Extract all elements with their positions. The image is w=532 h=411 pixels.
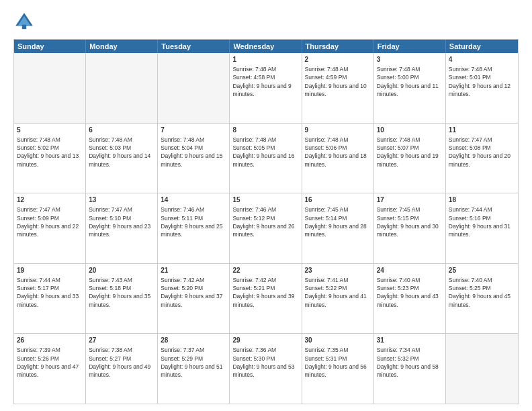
cell-info: Sunrise: 7:48 AMSunset: 4:58 PMDaylight:… (232, 65, 298, 98)
calendar-cell-2-1: 13Sunrise: 7:47 AMSunset: 5:10 PMDayligh… (86, 193, 158, 263)
calendar-cell-1-2: 7Sunrise: 7:48 AMSunset: 5:04 PMDaylight… (158, 124, 230, 193)
logo-icon (13, 11, 35, 32)
day-number: 21 (161, 266, 226, 275)
cell-info: Sunrise: 7:48 AMSunset: 4:59 PMDaylight:… (305, 65, 371, 98)
calendar-cell-4-6 (446, 334, 518, 404)
cell-info: Sunrise: 7:47 AMSunset: 5:08 PMDaylight:… (449, 136, 515, 169)
calendar-cell-4-0: 26Sunrise: 7:39 AMSunset: 5:26 PMDayligh… (14, 334, 86, 404)
day-number: 28 (161, 336, 226, 345)
cell-info: Sunrise: 7:48 AMSunset: 5:00 PMDaylight:… (377, 65, 443, 98)
calendar-cell-2-4: 16Sunrise: 7:45 AMSunset: 5:14 PMDayligh… (302, 193, 374, 263)
day-number: 26 (17, 336, 83, 345)
header-day-monday: Monday (86, 40, 158, 53)
day-number: 30 (305, 336, 371, 345)
cell-info: Sunrise: 7:40 AMSunset: 5:25 PMDaylight:… (449, 276, 515, 309)
svg-rect-2 (22, 25, 26, 29)
day-number: 23 (305, 266, 371, 275)
calendar-cell-4-2: 28Sunrise: 7:37 AMSunset: 5:29 PMDayligh… (158, 334, 230, 404)
calendar-cell-4-4: 30Sunrise: 7:35 AMSunset: 5:31 PMDayligh… (302, 334, 374, 404)
calendar-cell-2-2: 14Sunrise: 7:46 AMSunset: 5:11 PMDayligh… (158, 193, 230, 263)
cell-info: Sunrise: 7:48 AMSunset: 5:02 PMDaylight:… (17, 136, 83, 169)
calendar-cell-0-1 (86, 53, 158, 123)
cell-info: Sunrise: 7:34 AMSunset: 5:32 PMDaylight:… (377, 346, 443, 379)
calendar-cell-3-4: 23Sunrise: 7:41 AMSunset: 5:22 PMDayligh… (302, 264, 374, 334)
calendar-cell-0-6: 4Sunrise: 7:48 AMSunset: 5:01 PMDaylight… (446, 53, 518, 123)
day-number: 15 (232, 195, 298, 205)
calendar-row-0: 1Sunrise: 7:48 AMSunset: 4:58 PMDaylight… (14, 53, 518, 124)
cell-info: Sunrise: 7:42 AMSunset: 5:21 PMDaylight:… (232, 276, 298, 309)
cell-info: Sunrise: 7:48 AMSunset: 5:04 PMDaylight:… (161, 136, 226, 169)
cell-info: Sunrise: 7:45 AMSunset: 5:15 PMDaylight:… (377, 205, 443, 238)
calendar-cell-2-3: 15Sunrise: 7:46 AMSunset: 5:12 PMDayligh… (230, 193, 302, 263)
calendar-cell-2-0: 12Sunrise: 7:47 AMSunset: 5:09 PMDayligh… (14, 193, 86, 263)
calendar-cell-3-0: 19Sunrise: 7:44 AMSunset: 5:17 PMDayligh… (14, 264, 86, 334)
calendar-cell-1-0: 5Sunrise: 7:48 AMSunset: 5:02 PMDaylight… (14, 124, 86, 193)
calendar-cell-1-4: 9Sunrise: 7:48 AMSunset: 5:06 PMDaylight… (302, 124, 374, 193)
day-number: 20 (89, 266, 154, 275)
calendar-row-2: 12Sunrise: 7:47 AMSunset: 5:09 PMDayligh… (14, 193, 518, 264)
day-number: 31 (377, 336, 443, 345)
cell-info: Sunrise: 7:43 AMSunset: 5:18 PMDaylight:… (89, 276, 154, 309)
calendar-cell-1-3: 8Sunrise: 7:48 AMSunset: 5:05 PMDaylight… (230, 124, 302, 193)
cell-info: Sunrise: 7:48 AMSunset: 5:05 PMDaylight:… (232, 136, 298, 169)
calendar-cell-0-5: 3Sunrise: 7:48 AMSunset: 5:00 PMDaylight… (374, 53, 446, 123)
day-number: 7 (161, 126, 226, 135)
calendar-header: SundayMondayTuesdayWednesdayThursdayFrid… (14, 40, 518, 53)
cell-info: Sunrise: 7:36 AMSunset: 5:30 PMDaylight:… (232, 346, 298, 379)
cell-info: Sunrise: 7:44 AMSunset: 5:17 PMDaylight:… (17, 276, 83, 309)
day-number: 27 (89, 336, 154, 345)
calendar-cell-3-5: 24Sunrise: 7:40 AMSunset: 5:23 PMDayligh… (374, 264, 446, 334)
day-number: 5 (17, 126, 83, 135)
calendar-cell-1-1: 6Sunrise: 7:48 AMSunset: 5:03 PMDaylight… (86, 124, 158, 193)
calendar-cell-0-0 (14, 53, 86, 123)
day-number: 8 (232, 126, 298, 135)
header-day-friday: Friday (374, 40, 446, 53)
cell-info: Sunrise: 7:41 AMSunset: 5:22 PMDaylight:… (305, 276, 371, 309)
day-number: 17 (377, 195, 443, 205)
day-number: 9 (305, 126, 371, 135)
day-number: 13 (89, 195, 154, 205)
day-number: 16 (305, 195, 371, 205)
cell-info: Sunrise: 7:42 AMSunset: 5:20 PMDaylight:… (161, 276, 226, 309)
cell-info: Sunrise: 7:48 AMSunset: 5:03 PMDaylight:… (89, 136, 154, 169)
calendar-cell-2-6: 18Sunrise: 7:44 AMSunset: 5:16 PMDayligh… (446, 193, 518, 263)
calendar-cell-1-5: 10Sunrise: 7:48 AMSunset: 5:07 PMDayligh… (374, 124, 446, 193)
cell-info: Sunrise: 7:48 AMSunset: 5:07 PMDaylight:… (377, 136, 443, 169)
day-number: 3 (377, 55, 443, 64)
cell-info: Sunrise: 7:48 AMSunset: 5:01 PMDaylight:… (449, 65, 515, 98)
day-number: 11 (449, 126, 515, 135)
calendar-cell-0-3: 1Sunrise: 7:48 AMSunset: 4:58 PMDaylight… (230, 53, 302, 123)
day-number: 22 (232, 266, 298, 275)
calendar-body: 1Sunrise: 7:48 AMSunset: 4:58 PMDaylight… (14, 53, 518, 404)
cell-info: Sunrise: 7:47 AMSunset: 5:09 PMDaylight:… (17, 205, 83, 238)
calendar-cell-3-1: 20Sunrise: 7:43 AMSunset: 5:18 PMDayligh… (86, 264, 158, 334)
cell-info: Sunrise: 7:46 AMSunset: 5:12 PMDaylight:… (232, 205, 298, 238)
calendar-cell-0-4: 2Sunrise: 7:48 AMSunset: 4:59 PMDaylight… (302, 53, 374, 123)
calendar-row-3: 19Sunrise: 7:44 AMSunset: 5:17 PMDayligh… (14, 264, 518, 334)
day-number: 10 (377, 126, 443, 135)
cell-info: Sunrise: 7:40 AMSunset: 5:23 PMDaylight:… (377, 276, 443, 309)
calendar-cell-4-3: 29Sunrise: 7:36 AMSunset: 5:30 PMDayligh… (230, 334, 302, 404)
cell-info: Sunrise: 7:47 AMSunset: 5:10 PMDaylight:… (89, 205, 154, 238)
calendar-cell-4-1: 27Sunrise: 7:38 AMSunset: 5:27 PMDayligh… (86, 334, 158, 404)
header-day-tuesday: Tuesday (158, 40, 230, 53)
cell-info: Sunrise: 7:37 AMSunset: 5:29 PMDaylight:… (161, 346, 226, 379)
cell-info: Sunrise: 7:38 AMSunset: 5:27 PMDaylight:… (89, 346, 154, 379)
day-number: 2 (305, 55, 371, 64)
header (13, 11, 519, 32)
calendar-cell-3-6: 25Sunrise: 7:40 AMSunset: 5:25 PMDayligh… (446, 264, 518, 334)
calendar-cell-1-6: 11Sunrise: 7:47 AMSunset: 5:08 PMDayligh… (446, 124, 518, 193)
day-number: 4 (449, 55, 515, 64)
day-number: 12 (17, 195, 83, 205)
page: SundayMondayTuesdayWednesdayThursdayFrid… (0, 0, 532, 411)
cell-info: Sunrise: 7:39 AMSunset: 5:26 PMDaylight:… (17, 346, 83, 379)
day-number: 18 (449, 195, 515, 205)
header-day-saturday: Saturday (446, 40, 518, 53)
calendar-cell-2-5: 17Sunrise: 7:45 AMSunset: 5:15 PMDayligh… (374, 193, 446, 263)
cell-info: Sunrise: 7:46 AMSunset: 5:11 PMDaylight:… (161, 205, 226, 238)
cell-info: Sunrise: 7:35 AMSunset: 5:31 PMDaylight:… (305, 346, 371, 379)
calendar-cell-3-3: 22Sunrise: 7:42 AMSunset: 5:21 PMDayligh… (230, 264, 302, 334)
calendar-cell-4-5: 31Sunrise: 7:34 AMSunset: 5:32 PMDayligh… (374, 334, 446, 404)
day-number: 6 (89, 126, 154, 135)
day-number: 24 (377, 266, 443, 275)
